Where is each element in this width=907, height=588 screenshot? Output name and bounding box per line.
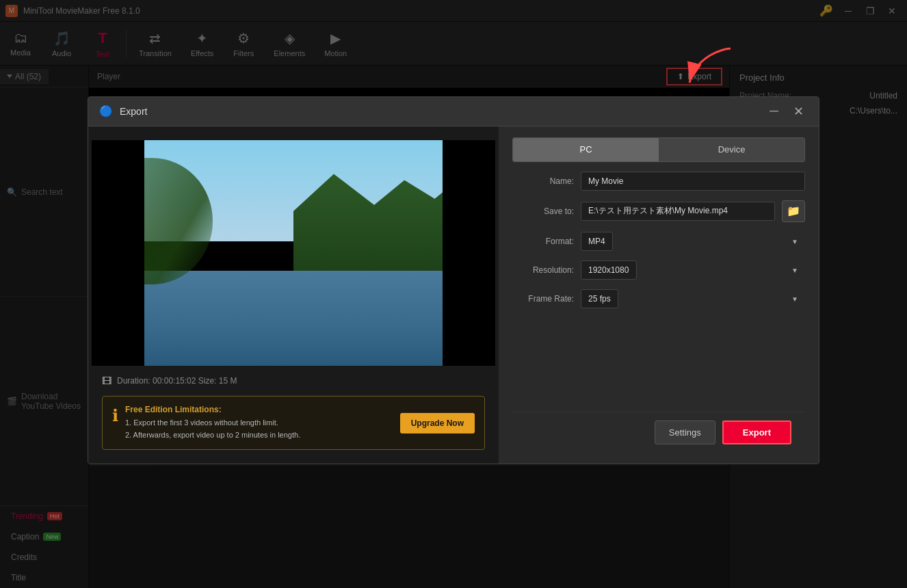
- format-select-wrapper: MP4: [581, 232, 805, 251]
- limit-line2: 2. Afterwards, export video up to 2 minu…: [125, 429, 393, 442]
- saveto-input[interactable]: [581, 202, 775, 221]
- name-row: Name:: [512, 172, 805, 191]
- limit-line1: 1. Export the first 3 videos without len…: [125, 417, 393, 429]
- settings-spacer: [512, 318, 805, 402]
- resolution-form-row: Resolution: 1920x1080: [512, 260, 805, 280]
- limit-content: Free Edition Limitations: 1. Export the …: [125, 405, 393, 441]
- black-bar-right: [443, 140, 495, 366]
- upgrade-now-button[interactable]: Upgrade Now: [400, 413, 475, 433]
- modal-minimize-button[interactable]: ─: [765, 103, 783, 120]
- modal-icon: 🔵: [99, 105, 113, 118]
- resolution-form-label: Resolution:: [512, 265, 574, 275]
- export-settings: PC Device Name: Save to: 📁 Format:: [499, 126, 819, 464]
- settings-button[interactable]: Settings: [655, 420, 715, 444]
- name-label: Name:: [512, 176, 574, 186]
- modal-close-button[interactable]: ✕: [789, 103, 808, 120]
- framerate-select[interactable]: 25 fps: [581, 289, 618, 308]
- modal-title: Export: [120, 106, 759, 117]
- name-input[interactable]: [581, 172, 805, 191]
- modal-overlay: 🔵 Export ─ ✕ 🎞: [0, 0, 907, 588]
- format-row: Format: MP4: [512, 232, 805, 251]
- browse-button[interactable]: 📁: [782, 200, 805, 222]
- preview-info: 🎞 Duration: 00:00:15:02 Size: 15 M: [102, 373, 485, 389]
- preview-duration-size: Duration: 00:00:15:02 Size: 15 M: [117, 376, 237, 386]
- pc-tab[interactable]: PC: [513, 138, 659, 161]
- resolution-select[interactable]: 1920x1080: [581, 260, 637, 280]
- preview-panel: 🎞 Duration: 00:00:15:02 Size: 15 M ℹ Fre…: [88, 126, 499, 464]
- modal-footer: Settings Export: [512, 412, 805, 453]
- info-icon: ℹ: [112, 406, 118, 425]
- limit-title: Free Edition Limitations:: [125, 405, 393, 414]
- export-modal: 🔵 Export ─ ✕ 🎞: [88, 96, 819, 464]
- do-export-button[interactable]: Export: [722, 420, 791, 444]
- format-select[interactable]: MP4: [581, 232, 613, 251]
- export-tabs: PC Device: [512, 137, 805, 162]
- modal-header: 🔵 Export ─ ✕: [88, 97, 819, 126]
- preview-image: [92, 140, 495, 366]
- black-bar-left: [92, 140, 144, 366]
- film-icon: 🎞: [102, 375, 111, 386]
- format-label: Format:: [512, 237, 574, 246]
- saveto-row: Save to: 📁: [512, 200, 805, 222]
- framerate-select-wrapper: 25 fps: [581, 289, 805, 308]
- saveto-label: Save to:: [512, 206, 574, 216]
- framerate-form-row: Frame Rate: 25 fps: [512, 289, 805, 308]
- device-tab[interactable]: Device: [659, 138, 804, 161]
- limitations-box: ℹ Free Edition Limitations: 1. Export th…: [102, 396, 485, 450]
- resolution-select-wrapper: 1920x1080: [581, 260, 805, 280]
- framerate-form-label: Frame Rate:: [512, 294, 574, 304]
- modal-body: 🎞 Duration: 00:00:15:02 Size: 15 M ℹ Fre…: [88, 126, 819, 464]
